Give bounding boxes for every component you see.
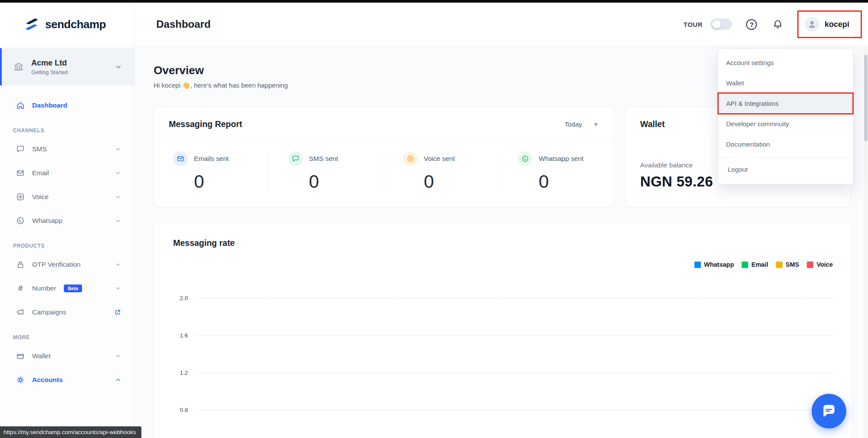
sidebar-item-accounts[interactable]: Accounts	[0, 368, 134, 392]
help-button[interactable]: ?	[745, 18, 758, 31]
legend-swatch	[694, 261, 701, 268]
sidebar-item-email[interactable]: Email	[0, 161, 134, 185]
y-tick: 1.6	[173, 332, 188, 339]
section-label-products: PRODUCTS	[0, 232, 134, 252]
company-status: Getting Started	[31, 69, 68, 75]
metric-value: 0	[539, 171, 613, 192]
chat-icon	[16, 145, 25, 154]
gear-icon	[16, 376, 25, 384]
lock-icon	[16, 260, 25, 269]
metric-label: Emails sent	[194, 155, 229, 163]
chevron-down-icon	[115, 218, 121, 224]
tour-toggle[interactable]	[710, 19, 732, 30]
metric-value: 0	[424, 171, 499, 192]
whatsapp-icon	[16, 216, 25, 225]
sidebar-item-label: Accounts	[32, 376, 63, 384]
chevron-down-icon	[115, 353, 121, 359]
menu-item-developer-community[interactable]: Developer commnuity	[718, 114, 853, 134]
chat-widget-button[interactable]	[812, 394, 846, 428]
messaging-report-card: Messaging Report Today ▼ Emails sent 0	[154, 107, 614, 207]
sidebar-item-number[interactable]: # Number Beta	[0, 276, 134, 300]
messaging-report-title: Messaging Report	[169, 119, 242, 129]
metric-whatsapp-sent: Whatsapp sent 0	[498, 151, 613, 192]
metric-value: 0	[194, 171, 269, 192]
chart-grid: 2.0 1.6 1.2 0.8	[173, 279, 833, 428]
beta-badge: Beta	[64, 284, 82, 292]
menu-item-account-settings[interactable]: Account settings	[718, 52, 853, 73]
gridline	[196, 373, 833, 373]
tour-label: TOUR	[684, 21, 703, 28]
sidebar-item-label: SMS	[32, 145, 47, 153]
y-tick: 2.0	[173, 295, 188, 301]
sidebar-item-label: OTP Verification	[32, 261, 81, 268]
legend-label: Voice	[816, 261, 833, 268]
sidebar-item-label: Dashboard	[32, 101, 67, 109]
sidebar-item-campaigns[interactable]: Campaigns	[0, 300, 134, 324]
mail-icon	[16, 169, 25, 177]
toggle-knob	[712, 20, 721, 29]
window-top-edge	[0, 0, 868, 3]
external-link-icon	[114, 309, 121, 316]
top-header: sendchamp Dashboard TOUR ? kocepi	[0, 3, 868, 46]
brand-logo[interactable]: sendchamp	[0, 3, 135, 46]
chevron-down-icon	[115, 63, 122, 70]
menu-item-wallet[interactable]: Wallet	[718, 73, 853, 93]
building-icon	[13, 61, 24, 72]
messaging-rate-card: Messaging rate Whatsapp Email SMS Voice …	[154, 222, 852, 438]
mail-icon	[177, 155, 184, 163]
menu-item-documentation[interactable]: Documentation	[718, 134, 853, 154]
sidebar-item-otp-verification[interactable]: OTP Verification	[0, 252, 134, 276]
metric-sms-sent: SMS sent 0	[269, 151, 384, 192]
scrollbar-thumb[interactable]	[864, 55, 868, 141]
sidebar-item-voice[interactable]: Voice	[0, 185, 134, 209]
metric-value: 0	[309, 171, 384, 192]
wallet-icon	[16, 352, 25, 360]
legend-label: SMS	[786, 261, 799, 268]
chat-icon	[292, 155, 299, 163]
question-icon: ?	[746, 19, 757, 30]
period-select[interactable]: Today ▼	[565, 121, 598, 128]
legend-label: Whatsapp	[704, 261, 734, 268]
sidebar-item-sms[interactable]: SMS	[0, 137, 134, 161]
legend-swatch	[742, 261, 748, 268]
user-menu-trigger[interactable]: kocepi	[797, 10, 862, 38]
messaging-rate-title: Messaging rate	[173, 238, 833, 248]
chart-legend: Whatsapp Email SMS Voice	[173, 261, 833, 268]
section-label-more: MORE	[0, 324, 134, 344]
company-selector[interactable]: Acme Ltd Getting Started	[0, 48, 134, 85]
page-title: Dashboard	[156, 18, 210, 30]
hash-icon: #	[16, 284, 25, 293]
chevron-down-icon	[115, 194, 121, 200]
chevron-up-icon	[115, 377, 121, 383]
chat-bubble-icon	[821, 403, 837, 419]
menu-item-api-integrations[interactable]: API & Integrations	[718, 93, 853, 114]
scrollbar[interactable]	[864, 3, 868, 438]
sidebar-item-label: Wallet	[32, 352, 51, 360]
link-status-tooltip: https://my.sendchamp.com/accounts/api-we…	[0, 426, 141, 438]
company-name: Acme Ltd	[31, 59, 68, 68]
metric-label: Whatsapp sent	[539, 155, 583, 163]
chevron-down-icon	[115, 146, 121, 152]
legend-item-sms: SMS	[776, 261, 799, 268]
legend-item-email: Email	[742, 261, 768, 268]
sidebar-item-whatsapp[interactable]: Whatsapp	[0, 209, 134, 232]
sendchamp-logo-icon	[23, 16, 40, 33]
whatsapp-icon	[521, 155, 529, 163]
gridline	[196, 410, 833, 410]
sidebar-item-dashboard[interactable]: Dashboard	[0, 93, 134, 117]
menu-item-logout[interactable]: Logout	[718, 157, 853, 180]
gridline	[196, 335, 833, 336]
user-dropdown-menu: Account settings Wallet API & Integratio…	[718, 49, 853, 184]
metric-label: SMS sent	[309, 155, 338, 163]
sidebar: Acme Ltd Getting Started Dashboard CHANN…	[0, 46, 135, 438]
sidebar-item-label: Campaigns	[32, 308, 66, 316]
metric-emails-sent: Emails sent 0	[154, 151, 269, 192]
sidebar-item-wallet[interactable]: Wallet	[0, 344, 134, 368]
chevron-down-icon	[115, 170, 121, 176]
legend-label: Email	[751, 261, 768, 268]
gridline	[196, 298, 833, 298]
username: kocepi	[825, 20, 849, 29]
section-label-channels: CHANNELS	[0, 117, 134, 137]
user-icon	[807, 20, 817, 29]
notifications-button[interactable]	[771, 18, 784, 31]
